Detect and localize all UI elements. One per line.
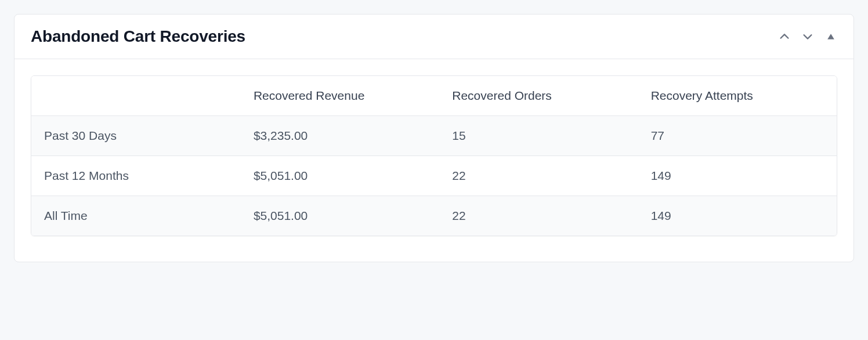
table-header-empty [31, 76, 241, 115]
recoveries-table: Recovered Revenue Recovered Orders Recov… [31, 75, 837, 236]
cell-period: Past 12 Months [31, 156, 241, 196]
cell-orders: 22 [439, 156, 638, 196]
col-header-attempts: Recovery Attempts [638, 76, 837, 115]
cell-period: Past 30 Days [31, 116, 241, 155]
collapse-triangle-icon[interactable] [824, 30, 837, 43]
cell-attempts: 149 [638, 156, 837, 196]
abandoned-cart-recoveries-panel: Abandoned Cart Recoveries Recovered Reve… [14, 14, 854, 262]
panel-body: Recovered Revenue Recovered Orders Recov… [15, 59, 853, 262]
col-header-orders: Recovered Orders [439, 76, 638, 115]
col-header-revenue: Recovered Revenue [241, 76, 439, 115]
cell-orders: 15 [439, 116, 638, 155]
cell-revenue: $5,051.00 [241, 156, 439, 196]
panel-title: Abandoned Cart Recoveries [31, 27, 245, 46]
panel-controls [778, 30, 837, 43]
cell-orders: 22 [439, 196, 638, 236]
cell-period: All Time [31, 196, 241, 236]
table-row: All Time $5,051.00 22 149 [31, 196, 837, 236]
panel-header: Abandoned Cart Recoveries [15, 15, 853, 59]
cell-revenue: $5,051.00 [241, 196, 439, 236]
table-header-row: Recovered Revenue Recovered Orders Recov… [31, 76, 837, 115]
svg-marker-0 [827, 34, 834, 39]
table-row: Past 30 Days $3,235.00 15 77 [31, 115, 837, 155]
cell-attempts: 149 [638, 196, 837, 236]
cell-attempts: 77 [638, 116, 837, 155]
table-row: Past 12 Months $5,051.00 22 149 [31, 155, 837, 196]
chevron-up-icon[interactable] [778, 30, 791, 43]
cell-revenue: $3,235.00 [241, 116, 439, 155]
chevron-down-icon[interactable] [801, 30, 814, 43]
